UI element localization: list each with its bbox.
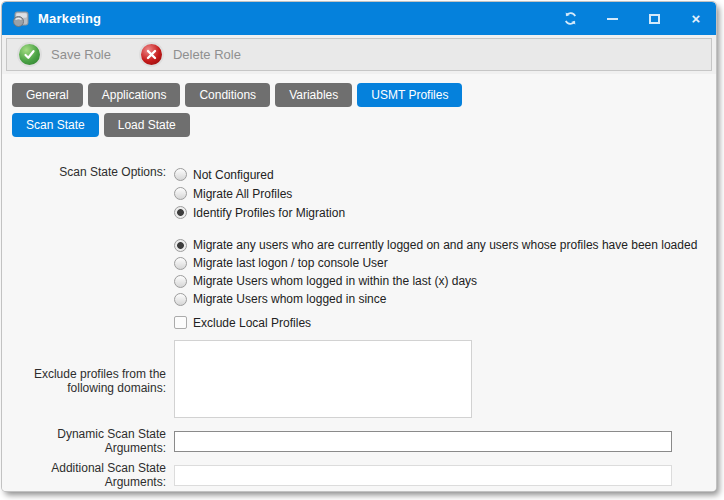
tab-variables[interactable]: Variables — [275, 83, 352, 107]
radio-label: Migrate last logon / top console User — [187, 256, 388, 270]
toolbar: Save Role Delete Role — [2, 35, 716, 74]
maximize-button[interactable] — [646, 11, 662, 27]
radio-migrate-logged-on-input[interactable] — [174, 239, 187, 252]
additional-args-input[interactable] — [174, 465, 672, 486]
save-check-icon — [17, 42, 42, 67]
exclude-domains-label: Exclude profiles from the following doma… — [2, 367, 174, 395]
scan-state-options-label: Scan State Options: — [2, 165, 174, 179]
radio-label: Migrate All Profiles — [187, 187, 292, 201]
exclude-local-profiles-checkbox-row[interactable]: Exclude Local Profiles — [174, 313, 716, 332]
radio-migrate-last-x-days[interactable]: Migrate Users whom logged in within the … — [174, 272, 716, 290]
subtab-scan-state[interactable]: Scan State — [12, 113, 99, 137]
content-area: General Applications Conditions Variable… — [2, 74, 716, 491]
radio-label: Identify Profiles for Migration — [187, 206, 345, 220]
migration-options-group: Migrate any users who are currently logg… — [174, 236, 716, 308]
radio-migrate-last-logon-input[interactable] — [174, 257, 187, 270]
window-title: Marketing — [38, 11, 101, 26]
close-button[interactable]: × — [688, 11, 704, 27]
radio-migrate-logged-on[interactable]: Migrate any users who are currently logg… — [174, 236, 716, 254]
radio-not-configured[interactable]: Not Configured — [174, 165, 716, 184]
radio-migrate-last-x-days-input[interactable] — [174, 275, 187, 288]
radio-migrate-all-profiles-input[interactable] — [174, 187, 187, 200]
subtab-load-state[interactable]: Load State — [104, 113, 190, 137]
dialog-window: Marketing × Save Ro — [2, 2, 716, 491]
refresh-icon[interactable] — [562, 11, 578, 27]
delete-role-label: Delete Role — [173, 47, 241, 62]
profile-options-group: Not Configured Migrate All Profiles Iden… — [174, 165, 716, 222]
radio-migrate-all-profiles[interactable]: Migrate All Profiles — [174, 184, 716, 203]
main-tabs: General Applications Conditions Variable… — [2, 83, 716, 107]
tab-conditions[interactable]: Conditions — [185, 83, 270, 107]
titlebar: Marketing × — [2, 2, 716, 35]
delete-role-button[interactable]: Delete Role — [139, 42, 241, 67]
checkbox-label: Exclude Local Profiles — [187, 316, 311, 330]
exclude-domains-textarea[interactable] — [174, 340, 472, 418]
radio-label: Not Configured — [187, 168, 274, 182]
radio-migrate-since-input[interactable] — [174, 293, 187, 306]
radio-label: Migrate any users who are currently logg… — [187, 238, 697, 252]
tab-general[interactable]: General — [12, 83, 83, 107]
additional-args-label: Additional Scan State Arguments: — [2, 461, 174, 489]
radio-migrate-since[interactable]: Migrate Users whom logged in since — [174, 290, 716, 308]
exclude-local-profiles-checkbox[interactable] — [174, 316, 187, 329]
sub-tabs: Scan State Load State — [2, 113, 716, 137]
radio-label: Migrate Users whom logged in within the … — [187, 274, 477, 288]
delete-x-icon — [139, 42, 164, 67]
app-icon — [12, 10, 30, 28]
scan-state-form: Scan State Options: Not Configured Migra… — [2, 165, 716, 489]
tab-applications[interactable]: Applications — [88, 83, 181, 107]
window-controls: × — [562, 11, 704, 27]
radio-identify-profiles-input[interactable] — [174, 206, 187, 219]
radio-label: Migrate Users whom logged in since — [187, 292, 386, 306]
minimize-button[interactable] — [604, 11, 620, 27]
dynamic-args-input[interactable] — [174, 431, 672, 452]
save-role-button[interactable]: Save Role — [17, 42, 111, 67]
save-role-label: Save Role — [51, 47, 111, 62]
radio-identify-profiles[interactable]: Identify Profiles for Migration — [174, 203, 716, 222]
radio-not-configured-input[interactable] — [174, 168, 187, 181]
tab-usmt-profiles[interactable]: USMT Profiles — [357, 83, 462, 107]
toolbar-inner: Save Role Delete Role — [6, 38, 712, 71]
dynamic-args-label: Dynamic Scan State Arguments: — [2, 427, 174, 455]
radio-migrate-last-logon[interactable]: Migrate last logon / top console User — [174, 254, 716, 272]
